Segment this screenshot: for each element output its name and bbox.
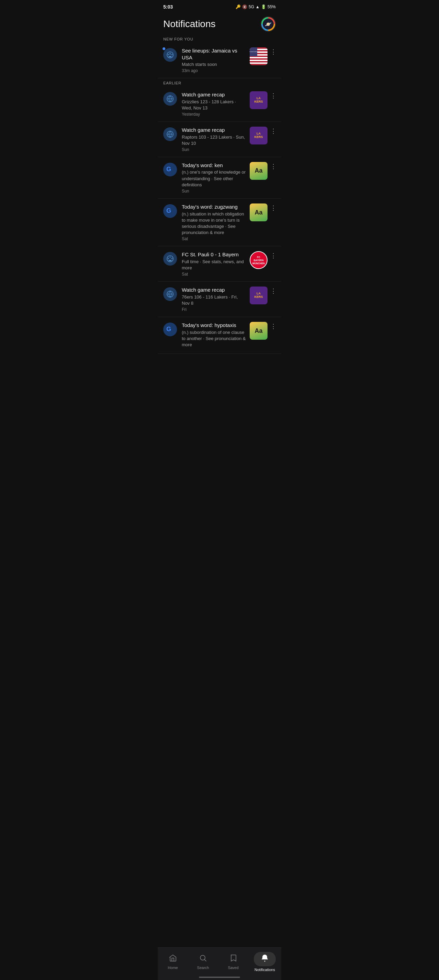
bookmark-icon [229, 954, 237, 964]
bottom-nav: Home Search Saved Notifications [158, 947, 281, 980]
notif-title: See lineups: Jamaica vs USA [182, 47, 247, 61]
notif-content: FC St. Pauli 0 - 1 Bayern Full time · Se… [182, 251, 247, 277]
notif-right: Aa ⋮ [250, 322, 277, 340]
nav-item-saved[interactable]: Saved [218, 953, 248, 971]
lakers-logo-thumb: LAKERS [250, 127, 268, 145]
svg-marker-1 [170, 52, 171, 54]
more-options-button[interactable]: ⋮ [269, 204, 277, 212]
svg-point-19 [265, 961, 265, 962]
more-options-button[interactable]: ⋮ [269, 162, 277, 171]
notification-item[interactable]: Watch game recap 76ers 106 - 116 Lakers … [158, 282, 281, 317]
notification-item[interactable]: Watch game recap Grizzlies 123 - 128 Lak… [158, 86, 281, 122]
lakers-logo-thumb: LAKERS [250, 91, 268, 109]
section-new-for-you: NEW FOR YOU [158, 34, 281, 43]
more-options-button[interactable]: ⋮ [269, 91, 277, 100]
notification-item[interactable]: G Today's word: ken (n.) one's range of … [158, 157, 281, 199]
nav-label-search: Search [197, 966, 209, 970]
more-options-button[interactable]: ⋮ [269, 251, 277, 260]
notif-time: Sat [182, 236, 247, 241]
google-g-icon: G [166, 326, 174, 333]
more-options-button[interactable]: ⋮ [269, 286, 277, 296]
notif-title: Today's word: zugzwang [182, 204, 247, 210]
notif-left: G Today's word: zugzwang (n.) situation … [163, 204, 247, 241]
google-g-icon: G [166, 207, 174, 215]
notif-left: G Today's word: ken (n.) one's range of … [163, 162, 247, 194]
notif-icon-basketball [163, 92, 177, 106]
key-icon: 🔑 [236, 5, 241, 9]
svg-marker-4 [168, 56, 172, 58]
lakers-logo-thumb: LAKERS [250, 286, 268, 304]
notif-content: Today's word: zugzwang (n.) situation in… [182, 204, 247, 241]
notif-right: LAKERS ⋮ [250, 127, 277, 145]
notif-icon-google: G [163, 323, 177, 336]
notifications-content: NEW FOR YOU See lineups: Jamaica vs USA … [158, 34, 281, 381]
notif-subtitle: Raptors 103 - 123 Lakers · Sun, Nov 10 [182, 134, 247, 146]
notif-right: FCBAYERNMÜNCHEN ⋮ [250, 251, 277, 269]
notif-time: Sun [182, 189, 247, 194]
avatar-inner: 🪐 [263, 19, 274, 30]
nav-item-notifications[interactable]: Notifications [248, 950, 281, 973]
notif-left: FC St. Pauli 0 - 1 Bayern Full time · Se… [163, 251, 247, 277]
notif-icon-google: G [163, 163, 177, 177]
avatar[interactable]: 🪐 [261, 16, 276, 32]
notif-time: Sat [182, 272, 247, 277]
battery-level: 55% [268, 5, 276, 9]
notif-left: Watch game recap 76ers 106 - 116 Lakers … [163, 286, 247, 312]
signal-icon: ▲ [255, 5, 260, 9]
notif-time: Yesterday [182, 112, 247, 117]
soccer-ball-icon [166, 255, 174, 262]
notification-item[interactable]: G Today's word: hypotaxis (n.) subordina… [158, 317, 281, 354]
notif-subtitle: (n.) one's range of knowledge or underst… [182, 169, 247, 188]
notif-content: See lineups: Jamaica vs USA Match starts… [182, 47, 247, 73]
notif-right: Aa ⋮ [250, 204, 277, 221]
notif-subtitle: Match starts soon [182, 61, 247, 68]
page-title: Notifications [163, 19, 216, 30]
notif-content: Today's word: hypotaxis (n.) subordinati… [182, 322, 247, 348]
bell-icon [261, 955, 269, 964]
notif-content: Watch game recap 76ers 106 - 116 Lakers … [182, 286, 247, 312]
notif-subtitle: Grizzlies 123 - 128 Lakers · Wed, Nov 13 [182, 99, 247, 111]
dictionary-thumb: Aa [250, 204, 268, 221]
notif-title: Today's word: hypotaxis [182, 322, 247, 329]
notification-item[interactable]: Watch game recap Raptors 103 - 123 Laker… [158, 122, 281, 157]
notif-content: Today's word: ken (n.) one's range of kn… [182, 162, 247, 194]
notif-icon-basketball [163, 127, 177, 141]
notif-title: Watch game recap [182, 127, 247, 134]
notification-item[interactable]: G Today's word: zugzwang (n.) situation … [158, 199, 281, 247]
more-options-button[interactable]: ⋮ [269, 322, 277, 331]
notif-right: LAKERS ⋮ [250, 286, 277, 304]
nav-label-saved: Saved [228, 966, 238, 970]
notif-title: Watch game recap [182, 286, 247, 293]
notif-right: Aa ⋮ [250, 162, 277, 180]
more-options-button[interactable]: ⋮ [269, 127, 277, 135]
svg-marker-3 [171, 54, 173, 56]
bayern-logo-thumb: FCBAYERNMÜNCHEN [250, 251, 268, 269]
notification-item[interactable]: FC St. Pauli 0 - 1 Bayern Full time · Se… [158, 247, 281, 282]
status-icons: 🔑 🔇 5G ▲ 🔋 55% [236, 5, 276, 9]
mute-icon: 🔇 [242, 5, 247, 9]
network-label: 5G [249, 5, 254, 9]
status-bar: 5:03 🔑 🔇 5G ▲ 🔋 55% [158, 0, 281, 12]
notif-left: Watch game recap Raptors 103 - 123 Laker… [163, 127, 247, 152]
basketball-icon [166, 130, 174, 138]
notif-subtitle: Full time · See stats, news, and more [182, 259, 247, 271]
nav-label-notifications: Notifications [255, 968, 275, 972]
status-time: 5:03 [163, 4, 173, 10]
notif-subtitle: (n.) situation in which obligation to ma… [182, 211, 247, 236]
basketball-icon [166, 290, 174, 298]
more-options-button[interactable]: ⋮ [269, 47, 277, 56]
notif-icon-soccer [163, 48, 177, 62]
notif-icon-google: G [163, 204, 177, 218]
nav-item-search[interactable]: Search [188, 953, 218, 971]
nav-active-pill [254, 952, 276, 966]
svg-marker-5 [169, 54, 171, 56]
home-indicator [199, 977, 240, 978]
svg-point-17 [200, 955, 205, 960]
battery-icon: 🔋 [261, 5, 266, 9]
new-dot [163, 47, 165, 50]
notif-content: Watch game recap Raptors 103 - 123 Laker… [182, 127, 247, 152]
dictionary-thumb: Aa [250, 162, 268, 180]
notification-item[interactable]: See lineups: Jamaica vs USA Match starts… [158, 43, 281, 78]
svg-marker-12 [168, 258, 169, 260]
nav-item-home[interactable]: Home [158, 953, 188, 971]
